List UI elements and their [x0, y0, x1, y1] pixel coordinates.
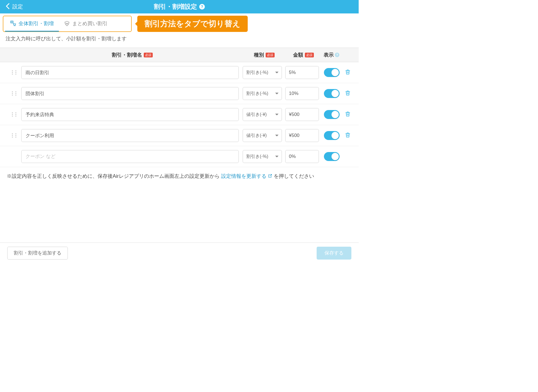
drag-handle-icon[interactable]: ▪ ▪▪ ▪▪ ▪ — [12, 91, 21, 96]
required-badge: 必須 — [144, 53, 153, 57]
discount-type-select[interactable]: 割引き(-%) — [243, 66, 282, 79]
required-badge: 必須 — [266, 53, 275, 57]
trash-icon[interactable] — [345, 69, 353, 76]
trash-icon[interactable] — [345, 90, 353, 97]
discount-type-select[interactable]: 値引き(-¥) — [243, 108, 282, 121]
header: 設定 割引・割増設定 ? — [0, 0, 359, 13]
save-button[interactable]: 保存する — [317, 247, 351, 260]
show-toggle[interactable] — [324, 131, 340, 140]
table-header: 割引・割増名 必須 種別 必須 金額 必須 表示 ? — [0, 48, 359, 62]
discount-name-input[interactable] — [21, 150, 239, 163]
svg-point-2 — [15, 25, 15, 26]
bottom-bar: 割引・割増を追加する 保存する — [0, 242, 359, 263]
trash-icon[interactable] — [345, 132, 353, 139]
column-type: 種別 必須 — [243, 52, 285, 58]
tabs-wrapper: 全体割引・割増 まとめ買い割引 割引方法をタブで切り替え — [0, 13, 359, 32]
discount-name-input[interactable] — [21, 129, 239, 142]
discount-name-input[interactable] — [21, 87, 239, 100]
required-badge: 必須 — [305, 53, 314, 57]
column-show: 表示 ? — [322, 52, 341, 58]
table-row: ▪ ▪▪ ▪▪ ▪ 割引き(-%) — [0, 83, 359, 104]
cart-discount-icon — [10, 20, 16, 27]
column-amount: 金額 必須 — [285, 52, 322, 58]
drag-handle-icon[interactable]: ▪ ▪▪ ▪▪ ▪ — [12, 112, 21, 117]
drag-handle-icon[interactable]: ▪ ▪▪ ▪▪ ▪ — [12, 133, 21, 138]
discount-amount-input[interactable] — [285, 150, 319, 163]
table-row: ▪ ▪▪ ▪▪ ▪ 値引き(-¥) — [0, 125, 359, 146]
rows-container: ▪ ▪▪ ▪▪ ▪ 割引き(-%) ▪ ▪▪ ▪▪ ▪ 割引き(-%) ▪ ▪▪… — [0, 62, 359, 167]
update-settings-link[interactable]: 設定情報を更新する — [221, 173, 274, 179]
tab-bulk-discount[interactable]: まとめ買い割引 — [59, 16, 113, 32]
chevron-left-icon — [6, 3, 10, 11]
table-row: ▪ ▪▪ ▪▪ ▪ 値引き(-¥) — [0, 104, 359, 125]
drag-handle-icon[interactable]: ▪ ▪▪ ▪▪ ▪ — [12, 70, 21, 75]
column-name: 割引・割増名 必須 — [21, 52, 243, 58]
show-toggle[interactable] — [324, 68, 340, 77]
callout-annotation: 割引方法をタブで切り替え — [137, 16, 248, 32]
svg-point-1 — [14, 25, 15, 26]
add-discount-button[interactable]: 割引・割増を追加する — [7, 247, 68, 260]
discount-type-select[interactable]: 割引き(-%) — [243, 150, 282, 163]
description: 注文入力時に呼び出して、小計額を割引・割増します — [0, 32, 359, 48]
tab-overall-label: 全体割引・割増 — [18, 20, 54, 27]
help-icon[interactable]: ? — [199, 4, 205, 10]
bulk-discount-icon — [64, 20, 70, 27]
table-row: ▪ ▪▪ ▪▪ ▪ 割引き(-%) — [0, 62, 359, 83]
tab-overall-discount[interactable]: 全体割引・割増 — [5, 16, 59, 32]
tab-bulk-label: まとめ買い割引 — [72, 20, 108, 27]
help-icon[interactable]: ? — [335, 53, 339, 57]
back-label: 設定 — [12, 3, 23, 10]
table-row: ▪ ▪▪ ▪▪ ▪ 割引き(-%) — [0, 146, 359, 167]
discount-type-select[interactable]: 割引き(-%) — [243, 87, 282, 100]
footer-note: ※設定内容を正しく反映させるために、保存後Airレジアプリのホーム画面左上の設定… — [0, 167, 359, 185]
discount-amount-input[interactable] — [285, 66, 319, 79]
discount-name-input[interactable] — [21, 66, 239, 79]
discount-amount-input[interactable] — [285, 87, 319, 100]
discount-amount-input[interactable] — [285, 129, 319, 142]
discount-amount-input[interactable] — [285, 108, 319, 121]
discount-type-select[interactable]: 値引き(-¥) — [243, 129, 282, 142]
show-toggle[interactable] — [324, 89, 340, 98]
external-link-icon — [268, 174, 272, 179]
show-toggle[interactable] — [324, 110, 340, 119]
tabs-highlight-box: 全体割引・割増 まとめ買い割引 — [3, 16, 132, 32]
show-toggle[interactable] — [324, 152, 340, 161]
page-title: 割引・割増設定 ? — [154, 3, 205, 11]
back-button[interactable]: 設定 — [6, 3, 23, 11]
discount-name-input[interactable] — [21, 108, 239, 121]
trash-icon[interactable] — [345, 111, 353, 118]
